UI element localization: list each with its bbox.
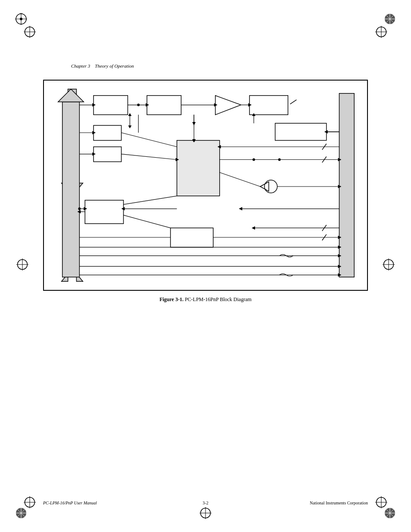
reg-mark-mid-left bbox=[16, 258, 28, 271]
footer-center: 3-2 bbox=[202, 501, 208, 505]
reg-mark-bottom-right bbox=[384, 507, 396, 519]
block-6 bbox=[93, 125, 121, 140]
svg-line-101 bbox=[124, 196, 177, 205]
figure-caption-text: PC-LPM-16PnP Block Diagram bbox=[185, 296, 252, 302]
svg-marker-53 bbox=[248, 103, 252, 107]
svg-line-61 bbox=[121, 133, 177, 147]
svg-point-103 bbox=[193, 139, 195, 142]
svg-marker-84 bbox=[252, 226, 255, 230]
reg-mark-top-left-2 bbox=[24, 26, 36, 38]
svg-marker-57 bbox=[128, 113, 131, 116]
slash-1 bbox=[290, 100, 296, 104]
svg-marker-63 bbox=[92, 152, 96, 156]
svg-marker-60 bbox=[92, 131, 96, 134]
block-5 bbox=[93, 147, 121, 162]
footer-right-text: National Instruments Corporation bbox=[310, 501, 368, 505]
footer-left-text: PC-LPM-16/PnP User Manual bbox=[43, 501, 97, 505]
right-bus bbox=[339, 93, 354, 277]
buffer-symbol bbox=[215, 96, 241, 115]
reg-mark-top-right-2 bbox=[375, 26, 387, 38]
svg-rect-46 bbox=[339, 93, 354, 277]
block-4 bbox=[275, 123, 327, 140]
circle-symbol bbox=[265, 180, 277, 193]
center-block bbox=[177, 140, 220, 196]
svg-marker-51 bbox=[214, 103, 218, 107]
svg-point-72 bbox=[278, 159, 281, 161]
svg-marker-106 bbox=[84, 207, 87, 211]
svg-marker-45 bbox=[58, 89, 84, 102]
reg-mark-top-right bbox=[384, 13, 396, 25]
block-3 bbox=[249, 96, 288, 115]
reg-mark-top-left bbox=[15, 13, 27, 25]
svg-marker-77 bbox=[121, 207, 125, 211]
section-label: Theory of Operation bbox=[95, 63, 134, 68]
svg-line-102 bbox=[124, 215, 171, 228]
svg-marker-44 bbox=[62, 102, 80, 277]
chapter-label: Chapter 3 bbox=[71, 63, 90, 68]
reg-mark-bottom-left-2 bbox=[24, 496, 36, 508]
footer-left: PC-LPM-16/PnP User Manual bbox=[43, 501, 97, 505]
block-bottom bbox=[171, 228, 213, 247]
figure-label: Figure 3-1. bbox=[159, 296, 184, 302]
svg-marker-79 bbox=[239, 207, 242, 211]
block-1 bbox=[93, 96, 128, 115]
svg-marker-58 bbox=[128, 125, 131, 128]
figure-caption: Figure 3-1. PC-LPM-16PnP Block Diagram bbox=[159, 296, 252, 303]
svg-point-111 bbox=[252, 159, 255, 161]
reg-mark-bottom-center bbox=[199, 507, 212, 519]
svg-line-64 bbox=[121, 154, 177, 160]
svg-line-75 bbox=[220, 172, 260, 187]
diagram-svg bbox=[44, 81, 367, 290]
svg-marker-100 bbox=[324, 130, 328, 134]
arrow-1 bbox=[92, 103, 96, 107]
svg-point-49 bbox=[137, 104, 140, 106]
chapter-header: Chapter 3 Theory of Operation bbox=[71, 63, 134, 68]
reg-mark-mid-right bbox=[383, 258, 395, 271]
footer-right: National Instruments Corporation bbox=[310, 501, 368, 505]
block-left-ctrl bbox=[85, 200, 123, 224]
block-2 bbox=[147, 96, 181, 115]
reg-mark-bottom-right-2 bbox=[375, 496, 387, 508]
reg-mark-bottom-left bbox=[15, 507, 27, 519]
svg-marker-48 bbox=[146, 103, 149, 107]
footer-page-number: 3-2 bbox=[202, 501, 208, 505]
block-diagram bbox=[43, 80, 368, 291]
